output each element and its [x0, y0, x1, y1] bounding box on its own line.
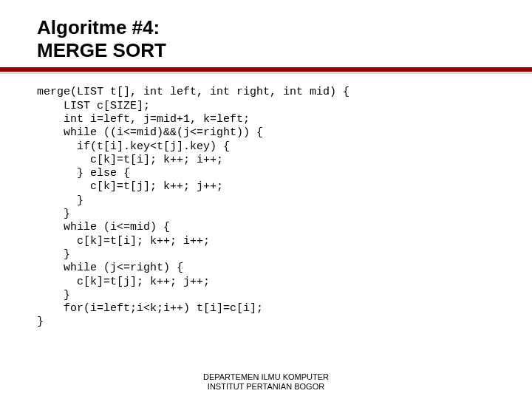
footer-line-2: INSTITUT PERTANIAN BOGOR	[208, 382, 324, 391]
title-line-2: MERGE SORT	[37, 39, 166, 61]
slide-title: Algoritme #4: MERGE SORT	[37, 16, 502, 61]
title-line-1: Algoritme #4:	[37, 16, 160, 38]
code-block: merge(LIST t[], int left, int right, int…	[37, 86, 502, 329]
footer-line-1: DEPARTEMEN ILMU KOMPUTER	[203, 372, 329, 381]
slide: Algoritme #4: MERGE SORT merge(LIST t[],…	[0, 0, 532, 399]
divider-shadow	[0, 72, 532, 74]
footer: DEPARTEMEN ILMU KOMPUTER INSTITUT PERTAN…	[0, 372, 532, 392]
